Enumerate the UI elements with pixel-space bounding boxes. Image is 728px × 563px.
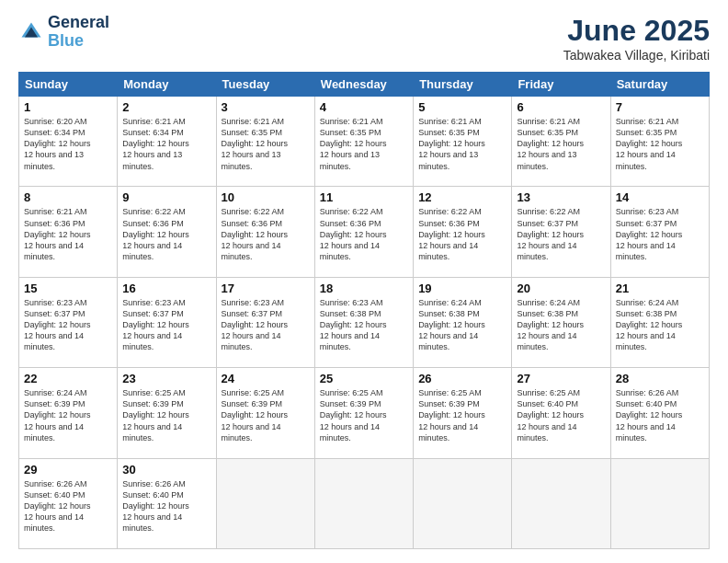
day-number-18: 18 [320, 282, 408, 295]
col-saturday: Saturday [610, 73, 709, 97]
empty-cell [414, 458, 512, 548]
day-info-9: Sunrise: 6:22 AM Sunset: 6:36 PM Dayligh… [122, 206, 210, 262]
day-cell-26: 26 Sunrise: 6:25 AM Sunset: 6:39 PM Dayl… [414, 368, 512, 458]
day-cell-11: 11 Sunrise: 6:22 AM Sunset: 6:36 PM Dayl… [314, 187, 413, 277]
col-friday: Friday [512, 73, 610, 97]
day-cell-23: 23 Sunrise: 6:25 AM Sunset: 6:39 PM Dayl… [118, 368, 216, 458]
day-info-13: Sunrise: 6:22 AM Sunset: 6:37 PM Dayligh… [517, 206, 605, 262]
day-number-12: 12 [418, 190, 506, 204]
day-info-15: Sunrise: 6:23 AM Sunset: 6:37 PM Dayligh… [24, 297, 112, 353]
day-number-3: 3 [222, 100, 310, 114]
day-info-12: Sunrise: 6:22 AM Sunset: 6:36 PM Dayligh… [418, 206, 506, 262]
day-number-26: 26 [418, 372, 506, 385]
day-cell-30: 30 Sunrise: 6:26 AM Sunset: 6:40 PM Dayl… [118, 458, 216, 548]
day-number-25: 25 [320, 372, 408, 385]
day-info-16: Sunrise: 6:23 AM Sunset: 6:37 PM Dayligh… [122, 297, 210, 353]
day-cell-13: 13 Sunrise: 6:22 AM Sunset: 6:37 PM Dayl… [512, 187, 610, 277]
day-cell-21: 21 Sunrise: 6:24 AM Sunset: 6:38 PM Dayl… [610, 277, 709, 367]
header-row: Sunday Monday Tuesday Wednesday Thursday… [19, 73, 710, 97]
day-cell-12: 12 Sunrise: 6:22 AM Sunset: 6:36 PM Dayl… [414, 187, 512, 277]
calendar-week-3: 22 Sunrise: 6:24 AM Sunset: 6:39 PM Dayl… [19, 368, 710, 458]
empty-cell [512, 458, 610, 548]
day-number-23: 23 [122, 372, 210, 385]
day-cell-8: 8 Sunrise: 6:21 AM Sunset: 6:36 PM Dayli… [19, 187, 118, 277]
day-info-8: Sunrise: 6:21 AM Sunset: 6:36 PM Dayligh… [24, 206, 112, 262]
day-number-21: 21 [616, 282, 704, 295]
day-info-17: Sunrise: 6:23 AM Sunset: 6:37 PM Dayligh… [222, 297, 310, 353]
day-number-11: 11 [320, 190, 408, 204]
logo-icon [18, 19, 44, 45]
day-info-22: Sunrise: 6:24 AM Sunset: 6:39 PM Dayligh… [24, 387, 112, 443]
day-info-7: Sunrise: 6:21 AM Sunset: 6:35 PM Dayligh… [616, 116, 704, 172]
day-cell-3: 3 Sunrise: 6:21 AM Sunset: 6:35 PM Dayli… [216, 97, 314, 187]
day-number-20: 20 [517, 282, 605, 295]
col-thursday: Thursday [414, 73, 512, 97]
day-info-24: Sunrise: 6:25 AM Sunset: 6:39 PM Dayligh… [222, 387, 310, 443]
day-info-21: Sunrise: 6:24 AM Sunset: 6:38 PM Dayligh… [616, 297, 704, 353]
day-number-19: 19 [418, 282, 506, 295]
day-number-27: 27 [517, 372, 605, 385]
day-cell-1: 1 Sunrise: 6:20 AM Sunset: 6:34 PM Dayli… [19, 97, 118, 187]
day-cell-14: 14 Sunrise: 6:23 AM Sunset: 6:37 PM Dayl… [610, 187, 709, 277]
day-cell-18: 18 Sunrise: 6:23 AM Sunset: 6:38 PM Dayl… [314, 277, 413, 367]
day-info-26: Sunrise: 6:25 AM Sunset: 6:39 PM Dayligh… [418, 387, 506, 443]
day-cell-19: 19 Sunrise: 6:24 AM Sunset: 6:38 PM Dayl… [414, 277, 512, 367]
calendar-week-1: 8 Sunrise: 6:21 AM Sunset: 6:36 PM Dayli… [19, 187, 710, 277]
day-cell-29: 29 Sunrise: 6:26 AM Sunset: 6:40 PM Dayl… [19, 458, 118, 548]
day-number-24: 24 [222, 372, 310, 385]
day-cell-4: 4 Sunrise: 6:21 AM Sunset: 6:35 PM Dayli… [314, 97, 413, 187]
day-cell-20: 20 Sunrise: 6:24 AM Sunset: 6:38 PM Dayl… [512, 277, 610, 367]
day-info-4: Sunrise: 6:21 AM Sunset: 6:35 PM Dayligh… [320, 116, 408, 172]
day-number-29: 29 [24, 463, 112, 477]
logo-text: General Blue [48, 14, 109, 51]
day-info-19: Sunrise: 6:24 AM Sunset: 6:38 PM Dayligh… [418, 297, 506, 353]
day-info-18: Sunrise: 6:23 AM Sunset: 6:38 PM Dayligh… [320, 297, 408, 353]
day-number-6: 6 [517, 100, 605, 114]
page: General Blue June 2025 Tabwakea Village,… [0, 0, 728, 563]
empty-cell [216, 458, 314, 548]
day-cell-9: 9 Sunrise: 6:22 AM Sunset: 6:36 PM Dayli… [118, 187, 216, 277]
day-info-1: Sunrise: 6:20 AM Sunset: 6:34 PM Dayligh… [24, 116, 112, 172]
day-cell-16: 16 Sunrise: 6:23 AM Sunset: 6:37 PM Dayl… [118, 277, 216, 367]
day-number-15: 15 [24, 282, 112, 295]
day-number-10: 10 [222, 190, 310, 204]
day-info-6: Sunrise: 6:21 AM Sunset: 6:35 PM Dayligh… [517, 116, 605, 172]
day-number-7: 7 [616, 100, 704, 114]
day-cell-27: 27 Sunrise: 6:25 AM Sunset: 6:40 PM Dayl… [512, 368, 610, 458]
day-info-29: Sunrise: 6:26 AM Sunset: 6:40 PM Dayligh… [24, 478, 112, 534]
day-info-5: Sunrise: 6:21 AM Sunset: 6:35 PM Dayligh… [418, 116, 506, 172]
empty-cell [314, 458, 413, 548]
logo: General Blue [18, 14, 109, 51]
day-cell-10: 10 Sunrise: 6:22 AM Sunset: 6:36 PM Dayl… [216, 187, 314, 277]
calendar-week-0: 1 Sunrise: 6:20 AM Sunset: 6:34 PM Dayli… [19, 97, 710, 187]
day-info-3: Sunrise: 6:21 AM Sunset: 6:35 PM Dayligh… [222, 116, 310, 172]
day-number-13: 13 [517, 190, 605, 204]
day-info-14: Sunrise: 6:23 AM Sunset: 6:37 PM Dayligh… [616, 206, 704, 262]
day-info-20: Sunrise: 6:24 AM Sunset: 6:38 PM Dayligh… [517, 297, 605, 353]
day-number-14: 14 [616, 190, 704, 204]
day-number-2: 2 [122, 100, 210, 114]
day-info-11: Sunrise: 6:22 AM Sunset: 6:36 PM Dayligh… [320, 206, 408, 262]
day-number-30: 30 [122, 463, 210, 477]
day-number-16: 16 [122, 282, 210, 295]
header: General Blue June 2025 Tabwakea Village,… [18, 14, 710, 63]
day-info-10: Sunrise: 6:22 AM Sunset: 6:36 PM Dayligh… [222, 206, 310, 262]
col-wednesday: Wednesday [314, 73, 413, 97]
day-info-30: Sunrise: 6:26 AM Sunset: 6:40 PM Dayligh… [122, 478, 210, 534]
day-cell-5: 5 Sunrise: 6:21 AM Sunset: 6:35 PM Dayli… [414, 97, 512, 187]
col-tuesday: Tuesday [216, 73, 314, 97]
empty-cell [610, 458, 709, 548]
day-info-23: Sunrise: 6:25 AM Sunset: 6:39 PM Dayligh… [122, 387, 210, 443]
logo-line2: Blue [48, 32, 109, 51]
col-sunday: Sunday [19, 73, 118, 97]
calendar-week-4: 29 Sunrise: 6:26 AM Sunset: 6:40 PM Dayl… [19, 458, 710, 548]
day-cell-7: 7 Sunrise: 6:21 AM Sunset: 6:35 PM Dayli… [610, 97, 709, 187]
day-number-22: 22 [24, 372, 112, 385]
day-info-25: Sunrise: 6:25 AM Sunset: 6:39 PM Dayligh… [320, 387, 408, 443]
location-subtitle: Tabwakea Village, Kiribati [563, 48, 710, 63]
day-info-2: Sunrise: 6:21 AM Sunset: 6:34 PM Dayligh… [122, 116, 210, 172]
day-info-27: Sunrise: 6:25 AM Sunset: 6:40 PM Dayligh… [517, 387, 605, 443]
day-cell-6: 6 Sunrise: 6:21 AM Sunset: 6:35 PM Dayli… [512, 97, 610, 187]
day-number-5: 5 [418, 100, 506, 114]
day-number-4: 4 [320, 100, 408, 114]
